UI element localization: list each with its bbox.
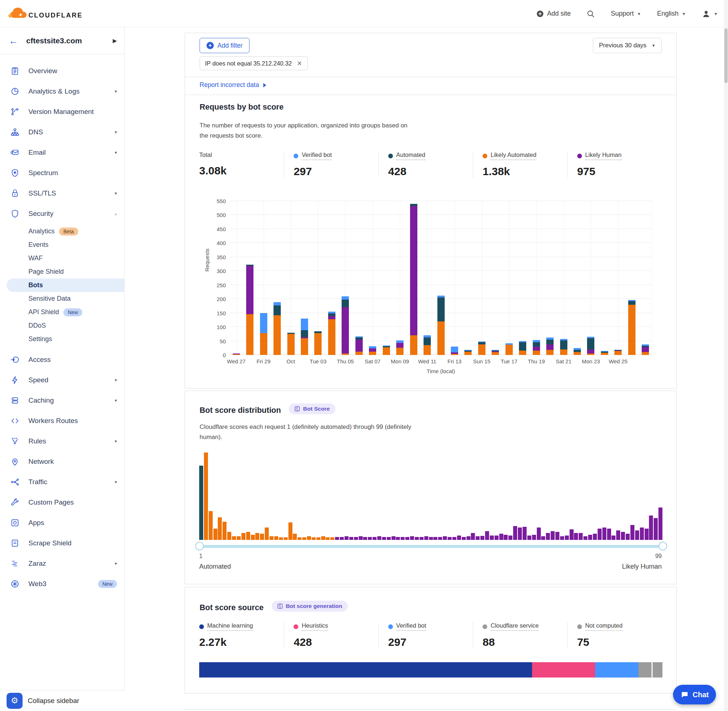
histogram-bar bbox=[499, 534, 503, 540]
filter-chip[interactable]: IP does not equal 35.212.240.32 ✕ bbox=[199, 56, 308, 70]
stat-label[interactable]: Heuristics bbox=[294, 622, 328, 631]
sidebar-item-security[interactable]: Security▴ bbox=[0, 204, 124, 224]
support-menu[interactable]: Support▼ bbox=[611, 10, 641, 18]
bot-score-badge[interactable]: Bot Score bbox=[289, 403, 335, 414]
stacked-bar bbox=[410, 201, 417, 355]
add-site-button[interactable]: Add site bbox=[536, 10, 571, 18]
collapse-sidebar-button[interactable]: Collapse sidebar bbox=[28, 697, 80, 705]
histogram-bar bbox=[555, 532, 560, 540]
y-tick-label: 300 bbox=[217, 268, 226, 274]
search-icon bbox=[587, 10, 595, 18]
sidebar-item-analytics-logs[interactable]: Analytics & Logs▾ bbox=[0, 81, 124, 102]
y-tick-label: 150 bbox=[217, 310, 226, 316]
slider-handle-max[interactable] bbox=[659, 542, 667, 550]
sidebar-item-analytics[interactable]: AnalyticsBeta bbox=[0, 225, 124, 238]
sidebar-item-label: Overview bbox=[28, 67, 117, 75]
sidebar-item-settings[interactable]: Settings bbox=[0, 332, 124, 346]
sidebar-item-ddos[interactable]: DDoS bbox=[0, 319, 124, 332]
sidebar-item-custom-pages[interactable]: Custom Pages bbox=[0, 492, 124, 513]
sidebar-item-caching[interactable]: Caching▾ bbox=[0, 390, 124, 411]
histogram-bar bbox=[335, 537, 339, 540]
x-tick-label: Sat 21 bbox=[556, 358, 571, 364]
stat-label[interactable]: Total bbox=[199, 152, 212, 159]
bar-segment-verified-bot bbox=[451, 347, 458, 353]
histogram-bar bbox=[513, 526, 517, 540]
sidebar-item-spectrum[interactable]: Spectrum bbox=[0, 163, 124, 183]
sidebar-item-api-shield[interactable]: API ShieldNew bbox=[0, 305, 124, 319]
sidebar-item-email[interactable]: Email▾ bbox=[0, 142, 124, 163]
bar-segment-automated bbox=[628, 301, 635, 304]
cloudflare-logo[interactable]: CLOUDFLARE bbox=[7, 6, 83, 21]
sidebar-item-version-management[interactable]: Version Management bbox=[0, 102, 124, 122]
histogram-bar bbox=[372, 537, 377, 540]
sidebar-item-sensitive-data[interactable]: Sensitive Data bbox=[0, 292, 124, 305]
stat-label[interactable]: Machine learning bbox=[199, 622, 253, 631]
sidebar-item-apps[interactable]: Apps bbox=[0, 513, 124, 533]
sidebar-item-scrape-shield[interactable]: Scrape Shield bbox=[0, 533, 124, 553]
bar-segment-likely-automated bbox=[424, 345, 431, 355]
sidebar-item-page-shield[interactable]: Page Shield bbox=[0, 265, 124, 279]
bar-segment-verified-bot bbox=[560, 339, 567, 341]
account-menu[interactable]: ▼ bbox=[702, 9, 718, 18]
x-tick-label: Tue 03 bbox=[310, 358, 326, 364]
requests-by-bot-score-card: + Add filter IP does not equal 35.212.24… bbox=[185, 33, 677, 388]
bot-score-generation-badge[interactable]: Bot score generation bbox=[272, 601, 348, 612]
bot-score-histogram bbox=[199, 453, 663, 540]
settings-gear-button[interactable]: ⚙ bbox=[7, 693, 22, 709]
sidebar-item-speed[interactable]: Speed▾ bbox=[0, 370, 124, 390]
sidebar-item-web3[interactable]: Web3New bbox=[0, 574, 124, 594]
add-filter-button[interactable]: + Add filter bbox=[199, 38, 250, 53]
histogram-bar bbox=[391, 536, 396, 540]
stat-label[interactable]: Not computed bbox=[577, 622, 623, 631]
chat-button[interactable]: Chat bbox=[673, 685, 716, 704]
back-arrow-icon[interactable]: ← bbox=[9, 36, 18, 46]
histogram-bar bbox=[631, 525, 634, 540]
bar-segment-likely-automated bbox=[505, 345, 513, 355]
search-button[interactable] bbox=[587, 10, 595, 18]
sidebar-item-workers-routes[interactable]: Workers Routes bbox=[0, 411, 124, 431]
navbar-right: Add site Support▼ English▼ ▼ bbox=[536, 0, 718, 27]
stat-label[interactable]: Automated bbox=[388, 152, 425, 160]
x-axis-tick-labels: Wed 27Fri 29OctTue 03Thu 05Sat 07Mon 09W… bbox=[229, 358, 652, 366]
stat-label[interactable]: Cloudflare service bbox=[483, 622, 539, 631]
stat-label[interactable]: Verified bot bbox=[388, 622, 427, 631]
chevron-down-icon: ▾ bbox=[115, 439, 117, 444]
bar-segment-likely-automated bbox=[601, 353, 608, 355]
language-menu[interactable]: English▼ bbox=[657, 10, 686, 18]
sidebar-item-ssl-tls[interactable]: SSL/TLS▾ bbox=[0, 183, 124, 204]
histogram-bar bbox=[246, 532, 250, 540]
histogram-bar bbox=[560, 536, 564, 540]
stat-label[interactable]: Verified bot bbox=[294, 152, 332, 160]
bar-segment-automated bbox=[356, 338, 363, 339]
sidebar-item-overview[interactable]: Overview bbox=[0, 61, 124, 81]
stacked-bar bbox=[260, 201, 267, 355]
chevron-right-icon[interactable]: ▶ bbox=[112, 37, 117, 44]
close-icon[interactable]: ✕ bbox=[297, 60, 302, 67]
histogram-bar bbox=[532, 535, 536, 540]
date-range-dropdown[interactable]: Previous 30 days ▼ bbox=[593, 38, 662, 53]
report-incorrect-data-link[interactable]: Report incorrect data bbox=[199, 81, 266, 89]
scrollbar-thumb[interactable] bbox=[724, 28, 728, 83]
sidebar-item-events[interactable]: Events bbox=[0, 238, 124, 252]
histogram-bar bbox=[387, 537, 391, 540]
stat-label[interactable]: Likely Automated bbox=[483, 152, 536, 160]
score-range-slider[interactable] bbox=[199, 545, 663, 548]
add-filter-label: Add filter bbox=[217, 42, 242, 50]
slider-handle-min[interactable] bbox=[195, 542, 204, 550]
sidebar-item-network[interactable]: Network bbox=[0, 451, 124, 472]
x-tick-label: Thu 19 bbox=[528, 358, 545, 364]
sidebar-item-rules[interactable]: Rules▾ bbox=[0, 431, 124, 451]
sidebar-item-waf[interactable]: WAF bbox=[0, 252, 124, 265]
sidebar-item-access[interactable]: Access bbox=[0, 350, 124, 370]
stat-value: 2.27k bbox=[199, 636, 284, 648]
y-tick-label: 50 bbox=[220, 338, 226, 344]
plus-icon: + bbox=[207, 42, 214, 49]
sidebar-item-traffic[interactable]: Traffic▾ bbox=[0, 472, 124, 492]
bar-segment-likely-automated bbox=[410, 335, 417, 355]
stat-label[interactable]: Likely Human bbox=[577, 152, 622, 160]
sidebar-item-zaraz[interactable]: Zaraz▾ bbox=[0, 553, 124, 574]
sidebar-item-bots[interactable]: Bots bbox=[7, 279, 124, 292]
page-scrollbar[interactable] bbox=[724, 0, 728, 711]
sidebar-item-dns[interactable]: DNS▾ bbox=[0, 122, 124, 142]
bar-segment-likely-automated bbox=[369, 352, 376, 355]
